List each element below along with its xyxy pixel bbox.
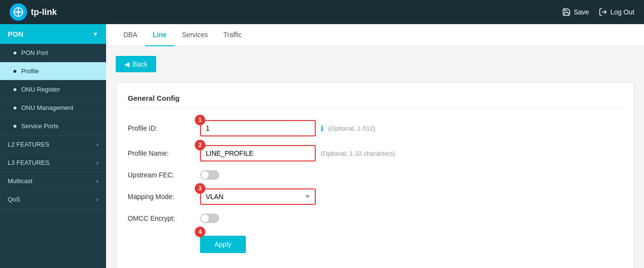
form-row-apply: 4 Apply bbox=[128, 232, 622, 253]
tabs-bar: DBA Line Services Traffic bbox=[106, 24, 644, 46]
badge-2: 2 bbox=[195, 140, 205, 150]
profile-name-wrap: 2 (Optional, 1-32 characters) bbox=[200, 145, 395, 161]
sidebar-item-label: ONU Management bbox=[21, 104, 73, 111]
dot-icon bbox=[13, 70, 16, 73]
form-row-omcc-encrypt: OMCC Encrypt: bbox=[128, 214, 622, 223]
sidebar-item-onu-management[interactable]: ONU Management bbox=[0, 99, 106, 117]
upstream-fec-toggle[interactable] bbox=[200, 170, 219, 180]
sidebar: PON ▼ PON Port Profile ONU Register ONU … bbox=[0, 24, 106, 268]
tab-line[interactable]: Line bbox=[145, 24, 174, 46]
sidebar-group-l2[interactable]: L2 FEATURES › bbox=[0, 135, 106, 154]
apply-wrap: 4 Apply bbox=[200, 232, 246, 253]
chevron-right-icon: › bbox=[96, 196, 98, 203]
sidebar-group-label: L3 FEATURES bbox=[8, 159, 49, 166]
save-label: Save bbox=[574, 8, 589, 16]
profile-id-wrap: 1 ℹ (Optional, 1-512) bbox=[200, 120, 376, 136]
omcc-encrypt-toggle[interactable] bbox=[200, 214, 219, 223]
sidebar-section-label: PON bbox=[8, 30, 24, 38]
main: DBA Line Services Traffic ◀ Back General… bbox=[106, 24, 644, 268]
logo-text: tp-link bbox=[31, 7, 57, 17]
sidebar-group-l3[interactable]: L3 FEATURES › bbox=[0, 154, 106, 172]
sidebar-group-label: Multicast bbox=[8, 177, 32, 185]
profile-name-input[interactable] bbox=[200, 145, 316, 161]
form-card: General Config Profile ID: 1 ℹ (Optional… bbox=[116, 82, 634, 268]
chevron-right-icon: › bbox=[96, 178, 98, 185]
label-profile-id: Profile ID: bbox=[128, 124, 200, 132]
dot-icon bbox=[13, 107, 16, 109]
sidebar-group-qos[interactable]: QoS › bbox=[0, 190, 106, 209]
content-area: ◀ Back General Config Profile ID: 1 ℹ (O… bbox=[106, 46, 644, 268]
sidebar-item-label: PON Port bbox=[21, 49, 48, 56]
badge-1: 1 bbox=[195, 115, 205, 125]
badge-4: 4 bbox=[195, 227, 205, 237]
section-title: General Config bbox=[128, 94, 622, 108]
form-row-profile-name: Profile Name: 2 (Optional, 1-32 characte… bbox=[128, 145, 622, 161]
label-profile-name: Profile Name: bbox=[128, 149, 200, 157]
sidebar-item-label: ONU Register bbox=[21, 86, 60, 93]
header: tp-link Save Log Out bbox=[0, 0, 644, 24]
dot-icon bbox=[13, 52, 16, 54]
profile-id-input[interactable] bbox=[200, 120, 316, 136]
hint-profile-id: (Optional, 1-512) bbox=[328, 125, 376, 132]
form-row-upstream-fec: Upstream FEC: bbox=[128, 170, 622, 180]
upstream-fec-wrap bbox=[200, 170, 219, 180]
save-button[interactable]: Save bbox=[562, 8, 589, 16]
info-icon[interactable]: ℹ bbox=[321, 124, 323, 133]
chevron-down-icon: ▼ bbox=[93, 31, 98, 38]
sidebar-item-profile[interactable]: Profile bbox=[0, 62, 106, 80]
back-button[interactable]: ◀ Back bbox=[116, 56, 156, 72]
form-row-mapping-mode: Mapping Mode: 3 VLAN GEM Port bbox=[128, 188, 622, 205]
tab-traffic[interactable]: Traffic bbox=[215, 24, 249, 46]
chevron-right-icon: › bbox=[96, 141, 98, 148]
layout: PON ▼ PON Port Profile ONU Register ONU … bbox=[0, 24, 644, 268]
logo-icon bbox=[10, 3, 27, 21]
back-label: Back bbox=[133, 60, 148, 68]
sidebar-group-label: L2 FEATURES bbox=[8, 141, 49, 148]
mapping-mode-wrap: 3 VLAN GEM Port bbox=[200, 188, 316, 205]
logo: tp-link bbox=[10, 3, 57, 21]
badge-3: 3 bbox=[195, 183, 205, 194]
label-upstream-fec: Upstream FEC: bbox=[128, 171, 200, 179]
sidebar-item-pon-port[interactable]: PON Port bbox=[0, 44, 106, 62]
sidebar-section-pon[interactable]: PON ▼ bbox=[0, 24, 106, 44]
label-mapping-mode: Mapping Mode: bbox=[128, 193, 200, 201]
dot-icon bbox=[13, 88, 16, 91]
header-actions: Save Log Out bbox=[562, 8, 634, 16]
sidebar-item-onu-register[interactable]: ONU Register bbox=[0, 80, 106, 99]
mapping-mode-select[interactable]: VLAN GEM Port bbox=[200, 188, 316, 205]
svg-point-1 bbox=[17, 11, 20, 13]
omcc-encrypt-wrap bbox=[200, 214, 219, 223]
logout-label: Log Out bbox=[610, 8, 634, 16]
logout-button[interactable]: Log Out bbox=[599, 8, 634, 16]
apply-button[interactable]: Apply bbox=[200, 236, 246, 253]
chevron-right-icon: › bbox=[96, 160, 98, 166]
sidebar-item-label: Service Ports bbox=[21, 122, 58, 130]
tab-services[interactable]: Services bbox=[174, 24, 216, 46]
back-arrow-icon: ◀ bbox=[124, 60, 130, 68]
dot-icon bbox=[13, 125, 16, 128]
hint-profile-name: (Optional, 1-32 characters) bbox=[321, 150, 395, 157]
form-row-profile-id: Profile ID: 1 ℹ (Optional, 1-512) bbox=[128, 120, 622, 136]
label-omcc-encrypt: OMCC Encrypt: bbox=[128, 214, 200, 222]
sidebar-item-service-ports[interactable]: Service Ports bbox=[0, 117, 106, 135]
sidebar-group-multicast[interactable]: Multicast › bbox=[0, 172, 106, 190]
tab-dba[interactable]: DBA bbox=[116, 24, 145, 46]
sidebar-group-label: QoS bbox=[8, 196, 20, 203]
sidebar-item-label: Profile bbox=[21, 67, 39, 75]
